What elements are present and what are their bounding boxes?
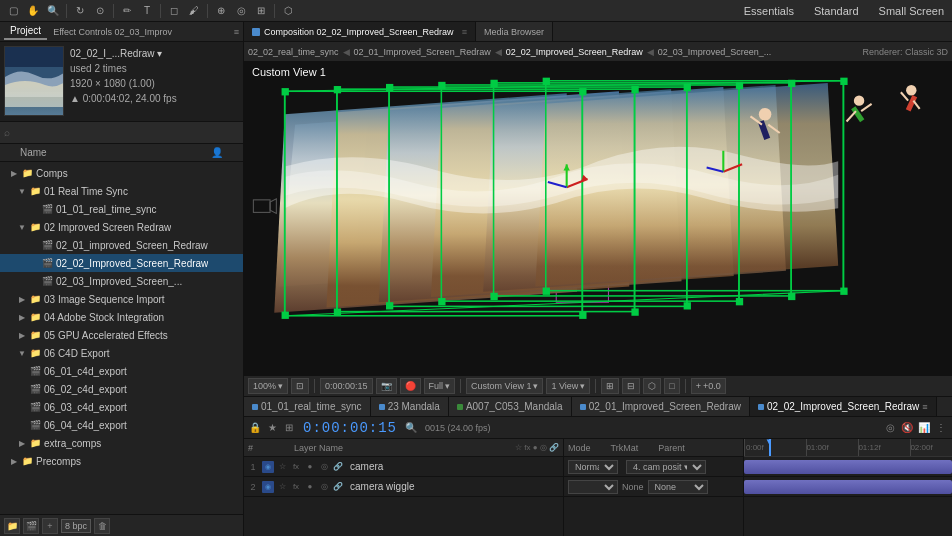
resolution-button[interactable]: Full ▾ (424, 378, 456, 394)
zoom-tool-icon[interactable]: 🔍 (44, 2, 62, 20)
tree-item-precomps[interactable]: ▶ 📁 Precomps (0, 452, 243, 470)
brush-tool-icon[interactable]: 🖌 (185, 2, 203, 20)
layer-link-2[interactable]: 🔗 (332, 481, 344, 493)
tl-tab-0202[interactable]: 02_02_Improved_Screen_Redraw ≡ (750, 397, 937, 417)
tl-tab-menu-0202[interactable]: ≡ (922, 402, 927, 412)
tl-icon-stagger[interactable]: ⋮ (934, 421, 948, 435)
left-panel: Project Effect Controls 02_03_Improv ≡ 0… (0, 22, 244, 536)
puppet-tool-icon[interactable]: ⊕ (212, 2, 230, 20)
time-button[interactable]: 0:00:00:15 (320, 378, 373, 394)
tab-project[interactable]: Project (4, 23, 47, 40)
tl-icon-star[interactable]: ★ (265, 421, 279, 435)
mode-select-2[interactable] (568, 480, 618, 494)
view-button[interactable]: Custom View 1 ▾ (466, 378, 543, 394)
tl-tab-0201[interactable]: 02_01_Improved_Screen_Redraw (572, 397, 750, 417)
hand-tool-icon[interactable]: ✋ (24, 2, 42, 20)
tab-menu-02-02[interactable]: ≡ (462, 27, 467, 37)
tl-tab-a007[interactable]: A007_C053_Mandala (449, 397, 572, 417)
selection-tool-icon[interactable]: ▢ (4, 2, 22, 20)
tl-icon-grid[interactable]: ⊞ (282, 421, 296, 435)
rotate-tool-icon[interactable]: ↻ (71, 2, 89, 20)
roto-tool-icon[interactable]: ◎ (232, 2, 250, 20)
tl-tab-mandala[interactable]: 23 Mandala (371, 397, 449, 417)
playhead[interactable] (769, 439, 771, 456)
snapshot-button[interactable]: 📷 (376, 378, 397, 394)
3d-button[interactable]: ⬡ (643, 378, 661, 394)
zoom-button[interactable]: 100% ▾ (248, 378, 288, 394)
show-channel-button[interactable]: 🔴 (400, 378, 421, 394)
workspace-small-screen[interactable]: Small Screen (875, 3, 948, 19)
tree-label-0601: 06_01_c4d_export (44, 366, 127, 377)
breadcrumb-item-1[interactable]: 02_02_real_time_sync (248, 47, 339, 57)
3d-tool-icon[interactable]: ⬡ (279, 2, 297, 20)
breadcrumb-item-2[interactable]: 02_01_Improved_Screen_Redraw (354, 47, 491, 57)
tree-item-0601[interactable]: 🎬 06_01_c4d_export (0, 362, 243, 380)
extra-col-parent: Parent (658, 443, 685, 453)
tab-media-browser[interactable]: Media Browser (476, 22, 553, 42)
extra-col-mode: Mode (568, 443, 591, 453)
tree-item-03-is[interactable]: ▶ 📁 03 Image Sequence Import (0, 290, 243, 308)
tab-composition-02-02[interactable]: Composition 02_02_Improved_Screen_Redraw… (244, 22, 476, 42)
tl-icon-mute[interactable]: 🔇 (900, 421, 914, 435)
text-tool-icon[interactable]: T (138, 2, 156, 20)
tree-item-06-c4d[interactable]: ▼ 📁 06 C4D Export (0, 344, 243, 362)
tree-item-0202[interactable]: 🎬 02_02_Improved_Screen_Redraw (0, 254, 243, 272)
tl-icon-solo[interactable]: ◎ (883, 421, 897, 435)
workspace-essentials[interactable]: Essentials (740, 3, 798, 19)
breadcrumb-item-4[interactable]: 02_03_Improved_Screen_... (658, 47, 772, 57)
tree-item-0602[interactable]: 🎬 06_02_c4d_export (0, 380, 243, 398)
tl-tab-0101[interactable]: 01_01_real_time_sync (244, 397, 371, 417)
track-tool-icon[interactable]: ⊞ (252, 2, 270, 20)
pen-tool-icon[interactable]: ✏ (118, 2, 136, 20)
workspace-standard[interactable]: Standard (810, 3, 863, 19)
new-folder-icon[interactable]: 📁 (4, 518, 20, 534)
parent-select-1[interactable]: 4. cam posit ▾ (626, 460, 706, 474)
fit-button[interactable]: ⊡ (291, 378, 309, 394)
grid-button[interactable]: ⊞ (601, 378, 619, 394)
tree-item-0604[interactable]: 🎬 06_04_c4d_export (0, 416, 243, 434)
layer-3d-2[interactable]: ◎ (318, 481, 330, 493)
shape-tool-icon[interactable]: ◻ (165, 2, 183, 20)
folder-icon-04-as: 📁 (28, 310, 42, 324)
tree-item-0101[interactable]: 🎬 01_01_real_time_sync (0, 200, 243, 218)
layer-solo-1[interactable]: ☆ (276, 461, 288, 473)
layer-solo-2[interactable]: ☆ (276, 481, 288, 493)
right-area: Composition 02_02_Improved_Screen_Redraw… (244, 22, 952, 536)
panel-menu-button[interactable]: ≡ (234, 27, 239, 37)
tree-item-05-gpu[interactable]: ▶ 📁 05 GPU Accelerated Effects (0, 326, 243, 344)
tree-item-0203[interactable]: 🎬 02_03_Improved_Screen_... (0, 272, 243, 290)
guide-button[interactable]: ⊟ (622, 378, 640, 394)
tab-effect-controls[interactable]: Effect Controls 02_03_Improv (47, 25, 178, 39)
timeline-time-display[interactable]: 0:00:00:15 (299, 420, 401, 436)
tree-item-0201[interactable]: 🎬 02_01_improved_Screen_Redraw (0, 236, 243, 254)
layer-vis-1[interactable]: ◉ (262, 461, 274, 473)
tree-item-0603[interactable]: 🎬 06_03_c4d_export (0, 398, 243, 416)
svg-rect-49 (386, 84, 393, 91)
layer-fx-1[interactable]: fx (290, 461, 302, 473)
tree-item-extra-comps[interactable]: ▶ 📁 extra_comps (0, 434, 243, 452)
layer-vis-2[interactable]: ◉ (262, 481, 274, 493)
tree-item-04-as[interactable]: ▶ 📁 04 Adobe Stock Integration (0, 308, 243, 326)
new-item-icon[interactable]: + (42, 518, 58, 534)
tree-item-comps[interactable]: ▶ 📁 Comps (0, 164, 243, 182)
comp-button[interactable]: □ (664, 378, 679, 394)
camera-tool-icon[interactable]: ⊙ (91, 2, 109, 20)
tl-search-icon[interactable]: 🔍 (404, 421, 418, 435)
search-input[interactable] (14, 127, 239, 138)
new-comp-icon[interactable]: 🎬 (23, 518, 39, 534)
layer-lock-1[interactable]: ● (304, 461, 316, 473)
tl-icon-chart[interactable]: 📊 (917, 421, 931, 435)
layer-fx-2[interactable]: fx (290, 481, 302, 493)
tl-icon-lock[interactable]: 🔒 (248, 421, 262, 435)
layer-3d-1[interactable]: ◎ (318, 461, 330, 473)
tree-item-01-rts[interactable]: ▼ 📁 01 Real Time Sync (0, 182, 243, 200)
layer-lock-2[interactable]: ● (304, 481, 316, 493)
mode-select-1[interactable]: Norma (568, 460, 618, 474)
tab-label-02-02: Composition 02_02_Improved_Screen_Redraw (264, 27, 454, 37)
parent-select-2[interactable]: None (648, 480, 708, 494)
delete-icon[interactable]: 🗑 (94, 518, 110, 534)
views-button[interactable]: 1 View ▾ (546, 378, 590, 394)
layer-link-1[interactable]: 🔗 (332, 461, 344, 473)
breadcrumb-item-3[interactable]: 02_02_Improved_Screen_Redraw (506, 47, 643, 57)
tree-item-02-isr[interactable]: ▼ 📁 02 Improved Screen Redraw (0, 218, 243, 236)
